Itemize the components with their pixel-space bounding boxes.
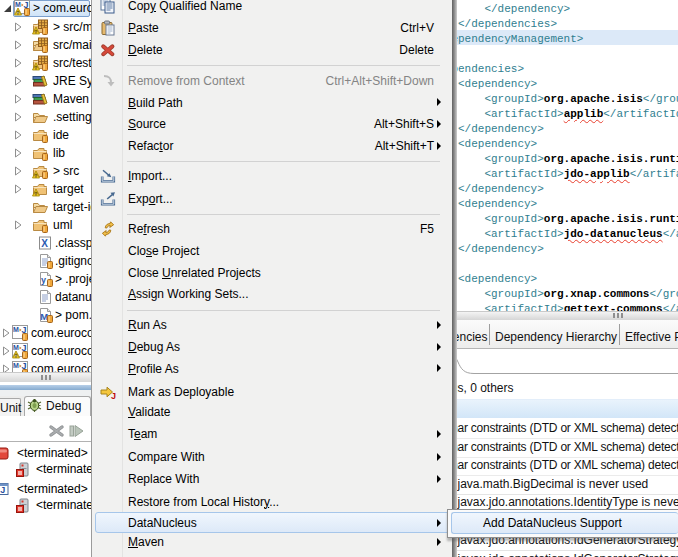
svg-text:J: J <box>0 485 5 495</box>
svg-text:X: X <box>41 238 48 249</box>
svg-text:J: J <box>111 391 116 400</box>
svg-text:y: y <box>41 275 46 285</box>
